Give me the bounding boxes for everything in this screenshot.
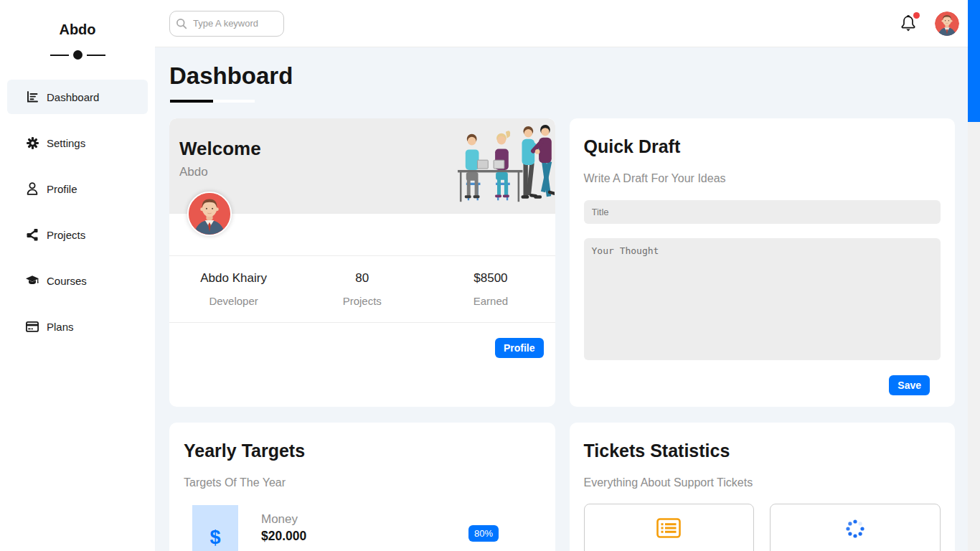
- cards-grid: Welcome Abdo: [169, 118, 955, 551]
- sidebar-item-projects[interactable]: Projects: [7, 217, 148, 252]
- tickets-box-total: 2500: [584, 504, 755, 551]
- sidebar-nav: Dashboard Settings Profile Projects: [0, 80, 155, 344]
- bell-icon: [900, 23, 917, 35]
- topbar: [155, 0, 968, 47]
- chart-icon: [26, 90, 39, 103]
- sidebar-item-label: Plans: [47, 321, 74, 333]
- dashboard-screen: Abdo Dashboard Settings Profi: [0, 0, 980, 551]
- sidebar-item-profile[interactable]: Profile: [7, 171, 148, 206]
- search-box: [169, 11, 284, 37]
- welcome-avatar: [187, 192, 232, 236]
- credit-card-icon: [26, 320, 39, 333]
- stat-projects: 80 Projects: [298, 271, 426, 307]
- sidebar-item-settings[interactable]: Settings: [7, 126, 148, 160]
- welcome-stats: Abdo Khairy Developer 80 Projects $8500 …: [169, 255, 555, 323]
- yearly-targets-card: Yearly Targets Targets Of The Year $ Mon…: [169, 423, 555, 551]
- tickets-total-value: 2500: [585, 547, 754, 551]
- stat-value: $8500: [426, 271, 555, 286]
- sidebar-item-dashboard[interactable]: Dashboard: [7, 80, 148, 114]
- gear-icon: [26, 136, 39, 149]
- scrollbar-thumb[interactable]: [968, 0, 980, 122]
- target-value: $20.000: [261, 529, 306, 544]
- search-icon: [176, 18, 187, 32]
- sidebar-item-label: Dashboard: [47, 91, 99, 103]
- diagram-icon: [26, 228, 39, 241]
- tickets-boxes: 2500 500: [584, 504, 941, 551]
- notification-badge-dot: [913, 12, 920, 19]
- draft-title-input[interactable]: [584, 200, 941, 224]
- sidebar-item-label: Settings: [47, 137, 85, 149]
- welcome-title: Welcome: [179, 138, 261, 160]
- sidebar-item-plans[interactable]: Plans: [7, 309, 148, 344]
- quick-draft-title: Quick Draft: [584, 136, 941, 157]
- sidebar-item-courses[interactable]: Courses: [7, 263, 148, 298]
- target-label: Money: [261, 512, 306, 527]
- stat-label: Projects: [298, 295, 426, 307]
- save-button[interactable]: Save: [889, 375, 930, 395]
- page-title-underline: [170, 100, 955, 103]
- user-icon: [26, 182, 39, 195]
- stat-name: Abdo Khairy Developer: [169, 271, 298, 307]
- quick-draft-subtitle: Write A Draft For Your Ideas: [584, 172, 941, 185]
- page-title: Dashboard: [169, 62, 955, 90]
- app-title: Abdo: [0, 22, 155, 38]
- stat-value: 80: [298, 271, 426, 286]
- spinner-icon: [844, 529, 866, 542]
- profile-button[interactable]: Profile: [495, 338, 544, 358]
- target-row-money: $ Money $20.000 80%: [184, 505, 541, 551]
- yearly-targets-title: Yearly Targets: [184, 441, 541, 461]
- main-content: Dashboard Welcome Abdo: [155, 47, 968, 551]
- graduation-cap-icon: [26, 274, 39, 287]
- scrollbar-track[interactable]: [968, 0, 980, 551]
- tickets-box-pending: 500: [770, 504, 941, 551]
- quick-draft-card: Quick Draft Write A Draft For Your Ideas…: [570, 118, 956, 407]
- tickets-title: Tickets Statistics: [584, 441, 941, 461]
- user-avatar[interactable]: [935, 11, 959, 36]
- welcome-subtitle: Abdo: [179, 165, 261, 179]
- tickets-subtitle: Everything About Support Tickets: [584, 476, 941, 489]
- yearly-targets-subtitle: Targets Of The Year: [184, 476, 541, 489]
- stat-earned: $8500 Earned: [426, 271, 555, 307]
- rectangle-list-icon: [656, 528, 681, 540]
- stat-value: Abdo Khairy: [169, 271, 298, 286]
- topbar-actions: [900, 11, 959, 36]
- sidebar: Abdo Dashboard Settings Profi: [0, 0, 155, 551]
- team-illustration: [402, 125, 555, 214]
- title-divider: [0, 50, 155, 60]
- welcome-intro: Welcome Abdo: [169, 118, 555, 214]
- stat-label: Developer: [169, 295, 298, 307]
- sidebar-item-label: Courses: [47, 275, 87, 287]
- draft-thought-textarea[interactable]: [584, 238, 941, 360]
- tickets-statistics-card: Tickets Statistics Everything About Supp…: [570, 423, 956, 551]
- target-progress-badge: 80%: [468, 525, 499, 542]
- sidebar-item-label: Profile: [47, 183, 77, 195]
- welcome-card: Welcome Abdo: [169, 118, 555, 407]
- notifications-button[interactable]: [900, 14, 918, 33]
- stat-label: Earned: [426, 295, 555, 307]
- sidebar-item-label: Projects: [47, 229, 85, 241]
- dollar-icon: $: [192, 505, 238, 551]
